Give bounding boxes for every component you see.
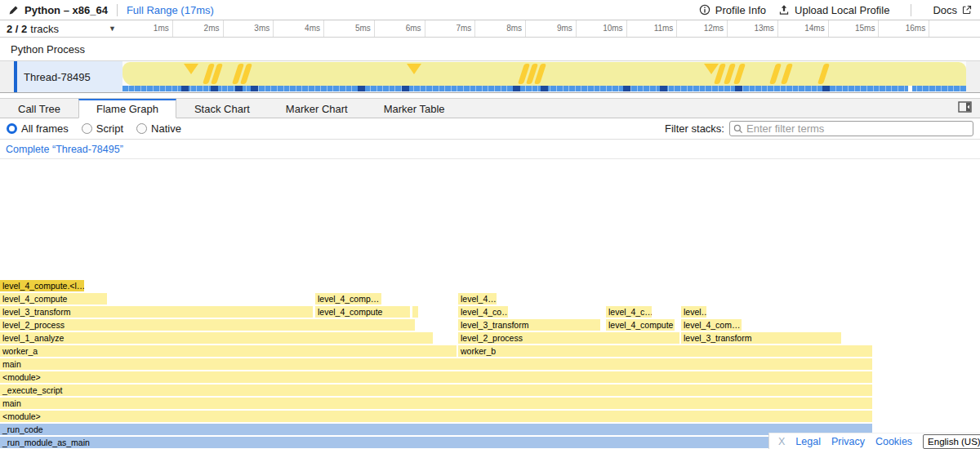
- tab-stack-chart[interactable]: Stack Chart: [176, 99, 268, 118]
- radio-icon[interactable]: [7, 123, 17, 134]
- slash-marker-icon[interactable]: [817, 64, 830, 84]
- flame-frame[interactable]: _run_module_as_main: [0, 437, 872, 448]
- flame-graph[interactable]: level_4_compute.<l…level_4_computelevel_…: [0, 159, 980, 449]
- flame-frame[interactable]: level_4_comp…: [315, 293, 381, 305]
- radio-native[interactable]: Native: [136, 122, 181, 135]
- footer-link-legal[interactable]: Legal: [795, 436, 821, 447]
- ruler-tick-label: 6ms: [375, 20, 425, 37]
- flame-frame[interactable]: level…: [681, 306, 706, 318]
- flame-frame[interactable]: _run_code: [0, 424, 872, 435]
- tab-marker-table[interactable]: Marker Table: [366, 99, 463, 118]
- ruler-tick-label: 4ms: [274, 20, 324, 37]
- sidebar-toggle-button[interactable]: [958, 101, 972, 116]
- filter-input[interactable]: [746, 122, 969, 135]
- docs-button[interactable]: Docs: [933, 4, 972, 16]
- sample-dense-cell: [211, 86, 218, 91]
- ruler-tick-label: 2ms: [173, 20, 224, 37]
- triangle-marker-icon[interactable]: [407, 64, 421, 74]
- filter-input-box[interactable]: [729, 121, 973, 136]
- tracks-dropdown[interactable]: 2 / 2 tracks ▼: [0, 20, 122, 37]
- sample-dense-cell: [358, 86, 365, 91]
- footer-link-privacy[interactable]: Privacy: [831, 436, 865, 447]
- profile-info-button[interactable]: Profile Info: [699, 4, 766, 16]
- flame-frame[interactable]: level_4_compute: [606, 319, 675, 331]
- language-select[interactable]: English (US): [923, 434, 980, 449]
- full-range-button[interactable]: Full Range (17ms): [127, 4, 214, 16]
- flame-frame[interactable]: level_1_analyze: [0, 332, 433, 344]
- slash-marker-icon[interactable]: [733, 64, 746, 84]
- breadcrumb-bar: Complete “Thread-78495”: [0, 140, 980, 159]
- flame-frame[interactable]: worker_a: [0, 345, 457, 357]
- flame-frame[interactable]: level_3_transform: [0, 306, 313, 318]
- flame-frame[interactable]: <module>: [0, 411, 872, 422]
- track-python-process[interactable]: Python Process: [0, 38, 980, 61]
- radio-script[interactable]: Script: [82, 122, 123, 135]
- flame-frame[interactable]: worker_b: [458, 345, 872, 357]
- flame-frame[interactable]: level_4_compute: [0, 293, 107, 305]
- radio-label: All frames: [21, 122, 69, 135]
- radio-icon[interactable]: [136, 123, 147, 134]
- page-footer: XLegalPrivacyCookies English (US) ▾: [768, 433, 980, 449]
- timeline-ruler: 2 / 2 tracks ▼ 1ms2ms3ms4ms5ms6ms7ms8ms9…: [0, 20, 980, 38]
- search-icon: [733, 124, 743, 134]
- ruler-tick-label: 5ms: [324, 20, 375, 37]
- ruler-tick-label: 1ms: [122, 20, 173, 37]
- thread-track-label-box[interactable]: Thread-78495: [17, 61, 122, 92]
- flame-frame[interactable]: level_4_c…: [606, 306, 652, 318]
- upload-icon: [778, 4, 790, 16]
- radio-label: Native: [151, 122, 181, 135]
- ruler-tick-label: 14ms: [778, 20, 829, 37]
- upload-label: Upload Local Profile: [795, 4, 889, 16]
- flame-frame[interactable]: level_4_com…: [681, 319, 742, 331]
- footer-link-cookies[interactable]: Cookies: [875, 436, 912, 447]
- sample-strip: [122, 86, 966, 91]
- ruler-tick-label: 12ms: [677, 20, 728, 37]
- flame-frame[interactable]: main: [0, 358, 872, 370]
- flame-frame[interactable]: main: [0, 398, 872, 409]
- profile-name[interactable]: Python – x86_64: [24, 4, 108, 16]
- sample-dense-cell: [623, 86, 630, 91]
- radio-icon[interactable]: [82, 123, 92, 134]
- chevron-down-icon: ▼: [109, 24, 116, 33]
- process-track-label: Python Process: [11, 43, 85, 56]
- tab-call-tree[interactable]: Call Tree: [0, 99, 78, 118]
- tracks-word: tracks: [30, 23, 59, 35]
- flame-frame[interactable]: level_3_transform: [458, 319, 600, 331]
- flame-frame[interactable]: level_4_compute: [315, 306, 410, 318]
- sample-dense-cell: [822, 86, 830, 91]
- header-divider: [117, 4, 118, 16]
- radio-all-frames[interactable]: All frames: [7, 122, 69, 135]
- triangle-marker-icon[interactable]: [184, 64, 198, 74]
- track-thread[interactable]: Thread-78495: [0, 61, 980, 93]
- app-header: Python – x86_64 Full Range (17ms) Profil…: [0, 0, 980, 20]
- flame-frame[interactable]: level_2_process: [458, 332, 679, 344]
- thread-activity-canvas[interactable]: [122, 61, 966, 92]
- sample-dense-cell: [513, 86, 520, 91]
- breadcrumb[interactable]: Complete “Thread-78495”: [6, 144, 123, 155]
- flame-frame[interactable]: <module>: [0, 371, 872, 383]
- flame-frame[interactable]: level_2_process: [0, 319, 415, 331]
- slash-marker-icon[interactable]: [781, 64, 793, 84]
- flame-frame[interactable]: level_4…: [458, 293, 497, 305]
- edit-pencil-icon[interactable]: [8, 5, 19, 16]
- ruler-tick-label: 13ms: [728, 20, 778, 37]
- ruler-tick-label: 8ms: [475, 20, 526, 37]
- slash-marker-icon[interactable]: [769, 64, 782, 84]
- tab-flame-graph[interactable]: Flame Graph: [78, 99, 176, 118]
- footer-link-x[interactable]: X: [778, 436, 785, 447]
- flame-frame[interactable]: _execute_script: [0, 385, 872, 396]
- sample-dense-cell: [181, 86, 189, 91]
- ruler-tick-label: 11ms: [627, 20, 678, 37]
- sample-dense-cell: [660, 86, 667, 91]
- ruler-tick-label: 3ms: [224, 20, 274, 37]
- filter-stacks-label: Filter stacks:: [665, 122, 724, 135]
- ruler-tick-label: 9ms: [526, 20, 577, 37]
- flame-frame[interactable]: level_3_transform: [681, 332, 841, 344]
- tab-marker-chart[interactable]: Marker Chart: [268, 99, 366, 118]
- flame-frame[interactable]: level_4_co…: [458, 306, 508, 318]
- header-divider-2: [911, 4, 911, 16]
- upload-profile-button[interactable]: Upload Local Profile: [778, 4, 889, 16]
- radio-label: Script: [96, 122, 123, 135]
- flame-frame[interactable]: [412, 306, 418, 318]
- flame-frame[interactable]: level_4_compute.<l…: [0, 280, 84, 291]
